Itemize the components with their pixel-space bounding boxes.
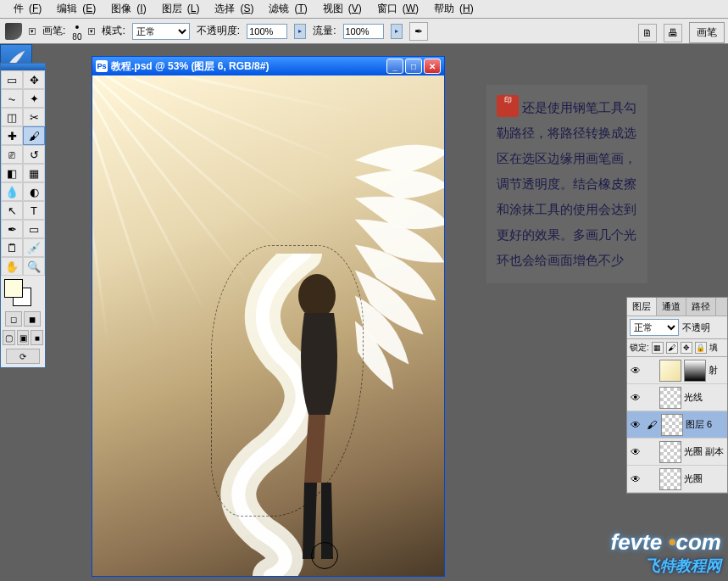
dodge-tool[interactable]: ◐ — [23, 182, 45, 201]
layer-opacity-label: 不透明 — [682, 321, 710, 334]
layer-row[interactable]: 👁 光圈 — [627, 466, 727, 493]
brush-size-value[interactable]: 80 — [72, 33, 81, 42]
mode-label: 模式: — [102, 24, 125, 38]
layer-thumbnail[interactable] — [659, 468, 681, 490]
watermark: fevte •com 飞特教程网 — [610, 529, 721, 576]
brush-dropdown-icon[interactable]: ▾ — [88, 28, 95, 35]
fill-label: 填 — [709, 342, 718, 354]
layer-name[interactable]: 射 — [709, 364, 718, 377]
brush-tool[interactable]: 🖌 — [23, 126, 45, 145]
lock-paint-icon[interactable]: 🖌 — [666, 342, 678, 354]
menu-bar: 件(F) 编辑(E) 图像(I) 图层(L) 选择(S) 滤镜(T) 视图(V)… — [0, 0, 728, 19]
path-select-tool[interactable]: ↖ — [1, 201, 23, 220]
eyedropper-tool[interactable]: 💉 — [23, 238, 45, 257]
canvas[interactable] — [92, 75, 444, 576]
brush-label: 画笔: — [42, 24, 65, 38]
color-swatches[interactable] — [1, 276, 45, 310]
figure-art — [279, 271, 372, 567]
opacity-input[interactable] — [247, 24, 287, 39]
menu-filter[interactable]: 滤镜(T) — [258, 0, 312, 18]
tab-layers[interactable]: 图层 — [627, 298, 657, 316]
edit-indicator-icon: 🖌 — [645, 418, 659, 432]
menu-layer[interactable]: 图层(L) — [152, 0, 205, 18]
menu-image[interactable]: 图像(I) — [101, 0, 151, 18]
layer-row[interactable]: 👁 光圈 副本 — [627, 439, 727, 466]
screen-mode-3-icon[interactable]: ■ — [31, 330, 43, 345]
foreground-color-swatch[interactable] — [4, 279, 23, 298]
layer-thumbnail[interactable] — [659, 441, 681, 463]
marquee-tool[interactable]: ▭ — [1, 70, 23, 89]
jump-to-icon[interactable]: ⟳ — [6, 349, 40, 364]
notes-tool[interactable]: 🗒 — [1, 238, 23, 257]
opacity-spinner-icon[interactable]: ▸ — [294, 24, 306, 39]
print-icon[interactable]: 🖶 — [664, 24, 682, 42]
brush-cursor — [311, 542, 338, 569]
file-browser-icon[interactable]: 🗎 — [638, 24, 657, 42]
lock-all-icon[interactable]: 🔒 — [695, 342, 707, 354]
layer-thumbnail[interactable] — [659, 360, 681, 382]
lock-position-icon[interactable]: ✥ — [681, 342, 692, 354]
move-tool[interactable]: ✥ — [23, 70, 45, 89]
visibility-icon[interactable]: 👁 — [629, 391, 642, 405]
menu-help[interactable]: 帮助(H) — [424, 0, 479, 18]
brush-tool-icon[interactable] — [5, 23, 22, 40]
brushes-palette-button[interactable]: 画笔 — [689, 22, 725, 43]
shape-tool[interactable]: ▭ — [23, 220, 45, 238]
stamp-tool[interactable]: ⎚ — [1, 145, 23, 164]
options-bar: ▾ 画笔: • 80 ▾ 模式: 正常 不透明度: ▸ 流量: ▸ ✒ — [0, 19, 728, 44]
close-button[interactable]: ✕ — [424, 59, 441, 74]
opacity-label: 不透明度: — [197, 24, 240, 38]
pen-tool[interactable]: ✒ — [1, 220, 23, 238]
layer-row[interactable]: 👁 🖌 图层 6 — [627, 411, 727, 439]
layer-row[interactable]: 👁 射 — [627, 357, 727, 384]
svg-point-0 — [298, 274, 336, 318]
layer-name[interactable]: 光圈 副本 — [684, 445, 724, 458]
layer-row[interactable]: 👁 光线 — [627, 384, 727, 411]
zoom-tool[interactable]: 🔍 — [23, 257, 45, 276]
tab-paths[interactable]: 路径 — [686, 298, 716, 316]
visibility-icon[interactable]: 👁 — [629, 364, 642, 377]
screen-mode-1-icon[interactable]: ▢ — [3, 330, 15, 345]
flow-spinner-icon[interactable]: ▸ — [391, 24, 403, 39]
flow-label: 流量: — [313, 24, 336, 38]
tool-preset-dropdown-icon[interactable]: ▾ — [29, 28, 36, 35]
hand-tool[interactable]: ✋ — [1, 257, 23, 276]
flow-input[interactable] — [343, 24, 384, 39]
visibility-icon[interactable]: 👁 — [629, 445, 642, 459]
blur-tool[interactable]: 💧 — [1, 182, 23, 201]
visibility-icon[interactable]: 👁 — [629, 418, 642, 432]
lasso-tool[interactable]: ⏦ — [1, 89, 23, 108]
menu-select[interactable]: 选择(S) — [204, 0, 258, 18]
gradient-tool[interactable]: ▦ — [23, 164, 45, 182]
menu-window[interactable]: 窗口(W) — [367, 0, 424, 18]
quickmask-mode-icon[interactable]: ◼ — [24, 311, 41, 327]
lock-transparency-icon[interactable]: ▦ — [652, 342, 664, 354]
layer-thumbnail[interactable] — [661, 414, 683, 436]
menu-view[interactable]: 视图(V) — [313, 0, 367, 18]
document-titlebar[interactable]: Ps 教程.psd @ 53% (图层 6, RGB/8#) _ □ ✕ — [92, 57, 444, 75]
menu-edit[interactable]: 编辑(E) — [47, 0, 101, 18]
airbrush-icon[interactable]: ✒ — [409, 22, 428, 41]
history-brush-tool[interactable]: ↺ — [23, 145, 45, 164]
type-tool[interactable]: T — [23, 201, 45, 220]
layer-thumbnail[interactable] — [659, 387, 681, 409]
layer-blend-mode-select[interactable]: 正常 — [630, 319, 679, 336]
menu-file[interactable]: 件(F) — [3, 0, 47, 18]
crop-tool[interactable]: ◫ — [1, 108, 23, 126]
layer-name[interactable]: 光线 — [684, 391, 703, 404]
heal-tool[interactable]: ✚ — [1, 126, 23, 145]
maximize-button[interactable]: □ — [405, 59, 422, 74]
standard-mode-icon[interactable]: ◻ — [5, 311, 22, 327]
blend-mode-select[interactable]: 正常 — [132, 23, 190, 40]
layer-mask-thumbnail[interactable] — [684, 360, 706, 382]
eraser-tool[interactable]: ◧ — [1, 164, 23, 182]
toolbox-titlebar[interactable] — [1, 64, 45, 70]
minimize-button[interactable]: _ — [386, 59, 403, 74]
slice-tool[interactable]: ✂ — [23, 108, 45, 126]
layer-name[interactable]: 光圈 — [684, 472, 703, 485]
tab-channels[interactable]: 通道 — [657, 298, 686, 316]
wand-tool[interactable]: ✦ — [23, 89, 45, 108]
layer-name[interactable]: 图层 6 — [686, 418, 712, 431]
visibility-icon[interactable]: 👁 — [629, 472, 642, 486]
screen-mode-2-icon[interactable]: ▣ — [17, 330, 30, 345]
